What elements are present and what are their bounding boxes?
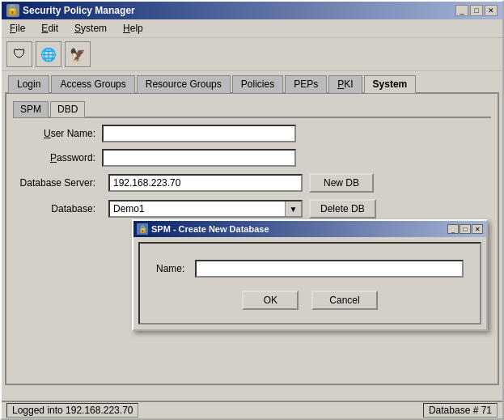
- status-bar: Logged into 192.168.223.70 Database # 71: [2, 401, 502, 418]
- create-database-dialog: 🔒 SPM - Create New Database _ □ ✕ Name:: [132, 219, 488, 331]
- maximize-button[interactable]: □: [470, 5, 483, 16]
- main-area: Login Access Groups Resource Groups Poli…: [2, 71, 502, 418]
- globe-icon: 🌐: [40, 47, 57, 62]
- modal-maximize-button[interactable]: □: [460, 224, 471, 234]
- modal-controls: _ □ ✕: [447, 224, 483, 234]
- status-right: Database # 71: [423, 403, 498, 418]
- main-window: 🔒 Security Policy Manager _ □ ✕ File Edi…: [0, 0, 504, 420]
- minimize-button[interactable]: _: [455, 5, 468, 16]
- bird-icon: 🦅: [70, 47, 86, 62]
- toolbar-shield-button[interactable]: 🛡: [6, 41, 32, 67]
- tab-pki[interactable]: PKI: [328, 75, 362, 93]
- toolbar-globe-button[interactable]: 🌐: [36, 41, 61, 67]
- title-bar-controls: _ □ ✕: [455, 5, 498, 16]
- title-bar: 🔒 Security Policy Manager _ □ ✕: [2, 2, 502, 19]
- content-panel: SPM DBD User Name: Password:: [5, 94, 499, 385]
- tab-login[interactable]: Login: [8, 75, 49, 93]
- tab-system[interactable]: System: [364, 75, 417, 93]
- modal-title: SPM - Create New Database: [151, 224, 269, 234]
- main-tabs: Login Access Groups Resource Groups Poli…: [5, 74, 499, 94]
- modal-close-button[interactable]: ✕: [472, 224, 483, 234]
- menu-bar: File Edit System Help: [2, 19, 502, 38]
- status-left: Logged into 192.168.223.70: [6, 403, 138, 418]
- menu-file[interactable]: File: [5, 21, 30, 36]
- toolbar: 🛡 🌐 🦅: [2, 38, 502, 71]
- menu-system[interactable]: System: [70, 21, 112, 36]
- modal-app-icon: 🔒: [137, 223, 148, 235]
- app-icon: 🔒: [6, 4, 19, 17]
- modal-name-label: Name:: [156, 263, 188, 274]
- modal-button-row: OK Cancel: [156, 291, 464, 310]
- menu-help[interactable]: Help: [118, 21, 148, 36]
- tab-peps[interactable]: PEPs: [285, 75, 327, 93]
- modal-name-input[interactable]: [195, 260, 464, 278]
- modal-name-row: Name:: [156, 260, 464, 278]
- modal-cancel-button[interactable]: Cancel: [311, 291, 377, 310]
- shield-icon: 🛡: [13, 47, 26, 62]
- tab-access-groups[interactable]: Access Groups: [51, 75, 134, 93]
- tab-resource-groups[interactable]: Resource Groups: [137, 75, 231, 93]
- modal-title-left: 🔒 SPM - Create New Database: [137, 223, 269, 235]
- window-title: Security Policy Manager: [23, 5, 135, 16]
- tab-policies[interactable]: Policies: [232, 75, 283, 93]
- modal-body: Name: OK Cancel: [138, 242, 481, 325]
- menu-edit[interactable]: Edit: [36, 21, 63, 36]
- modal-minimize-button[interactable]: _: [447, 224, 459, 234]
- toolbar-bird-button[interactable]: 🦅: [65, 41, 91, 67]
- modal-overlay: 🔒 SPM - Create New Database _ □ ✕ Name:: [6, 94, 498, 384]
- title-bar-left: 🔒 Security Policy Manager: [6, 4, 135, 17]
- modal-ok-button[interactable]: OK: [242, 291, 299, 310]
- modal-title-bar: 🔒 SPM - Create New Database _ □ ✕: [133, 221, 486, 237]
- close-button[interactable]: ✕: [485, 5, 498, 16]
